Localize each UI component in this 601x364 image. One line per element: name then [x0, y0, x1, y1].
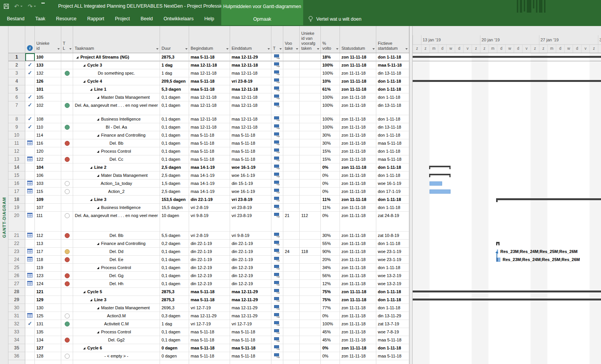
cell-rownum[interactable]: 15: [8, 171, 25, 180]
cell-uid[interactable]: 131: [35, 320, 61, 328]
cell-uid[interactable]: 119: [35, 264, 61, 272]
cell-begin[interactable]: maa 5-11-18: [189, 352, 230, 360]
cell-info[interactable]: [25, 204, 35, 212]
cell-eind[interactable]: vri 12-7-19: [230, 320, 271, 328]
gantt-bar-summary[interactable]: [496, 198, 601, 200]
cell-fict[interactable]: don 1-11-18: [376, 264, 409, 272]
cell-uid[interactable]: 101: [35, 85, 61, 93]
expand-triangle-icon[interactable]: [97, 150, 99, 153]
cell-rownum[interactable]: 32: [8, 320, 25, 328]
cell-tl[interactable]: [61, 232, 73, 240]
cell-uvp[interactable]: 112: [300, 212, 321, 232]
cell-pct[interactable]: 30%: [321, 131, 340, 139]
cell-tl[interactable]: [61, 336, 73, 344]
cell-voo[interactable]: [283, 171, 300, 180]
cell-fict[interactable]: zat 13-7-19: [376, 320, 409, 328]
cell-duur[interactable]: 1,5 dagen: [160, 180, 189, 188]
expand-triangle-icon[interactable]: [90, 88, 92, 91]
cell-pct[interactable]: 100%: [321, 69, 340, 77]
cell-fict[interactable]: maa 5-11-18: [376, 155, 409, 163]
cell-status[interactable]: zon 11-11-18: [340, 139, 376, 147]
cell-duur[interactable]: 0,1 dagen: [160, 101, 189, 115]
cell-begin[interactable]: maa 5-11-18: [189, 53, 230, 61]
cell-info[interactable]: [25, 196, 35, 204]
cell-info[interactable]: [25, 155, 35, 163]
gantt-bar-summary[interactable]: [413, 56, 601, 58]
cell-status[interactable]: zon 11-11-18: [340, 280, 376, 288]
view-splitter[interactable]: [409, 26, 413, 364]
cell-uvp[interactable]: [300, 196, 321, 204]
cell-uid[interactable]: 114: [35, 131, 61, 139]
cell-rownum[interactable]: 23: [8, 248, 25, 256]
cell-eind[interactable]: maa 5-11-18: [230, 131, 271, 139]
gantt-bar-task[interactable]: [430, 181, 442, 186]
cell-voo[interactable]: [283, 272, 300, 280]
cell-fict[interactable]: don 1-11-18: [376, 53, 409, 61]
cell-uid[interactable]: 127: [35, 344, 61, 352]
ribbon-tab-bestand[interactable]: Bestand: [2, 13, 30, 25]
cell-tmode[interactable]: [271, 312, 283, 320]
cell-tl[interactable]: [61, 320, 73, 328]
cell-tl[interactable]: [61, 77, 73, 85]
cell-pct[interactable]: 20%: [321, 256, 340, 264]
cell-rownum[interactable]: 9: [8, 123, 25, 131]
cell-info[interactable]: ✓: [25, 320, 35, 328]
cell-tmode[interactable]: [271, 188, 283, 196]
cell-pct[interactable]: 0%: [321, 212, 340, 232]
cell-rownum[interactable]: 5: [8, 85, 25, 93]
cell-tl[interactable]: [61, 288, 73, 296]
cell-name[interactable]: Line 2: [73, 163, 160, 171]
filter-arrow-icon[interactable]: [296, 48, 298, 50]
cell-duur[interactable]: 2696,3 dagen: [160, 304, 189, 312]
cell-name[interactable]: Del. Ee: [73, 256, 160, 264]
cell-eind[interactable]: vri 23-8-19: [230, 212, 271, 232]
redo-icon[interactable]: ↷: [28, 3, 36, 9]
cell-eind[interactable]: din 22-1-19: [230, 240, 271, 248]
cell-fict[interactable]: woe 13-2-19: [376, 280, 409, 288]
cell-info[interactable]: [25, 328, 35, 336]
cell-tmode[interactable]: [271, 77, 283, 85]
cell-rownum[interactable]: 2: [8, 61, 25, 69]
save-icon[interactable]: [4, 4, 9, 9]
cell-info[interactable]: ✓: [25, 123, 35, 131]
cell-name[interactable]: Del. Gg: [73, 272, 160, 280]
cell-voo[interactable]: [283, 352, 300, 360]
column-header-tl[interactable]: T L: [61, 26, 73, 53]
cell-voo[interactable]: [283, 264, 300, 272]
cell-info[interactable]: [25, 240, 35, 248]
cell-uvp[interactable]: [300, 344, 321, 352]
cell-pct[interactable]: 30%: [321, 139, 340, 147]
cell-voo[interactable]: [283, 147, 300, 155]
cell-tmode[interactable]: [271, 171, 283, 180]
expand-triangle-icon[interactable]: [97, 96, 99, 99]
cell-rownum[interactable]: 18: [8, 196, 25, 204]
cell-status[interactable]: zon 11-11-18: [340, 352, 376, 360]
cell-fict[interactable]: din 13-11-18: [376, 123, 409, 131]
cell-uvp[interactable]: [300, 296, 321, 304]
cell-name[interactable]: Master Data Management: [73, 304, 160, 312]
cell-rownum[interactable]: 27: [8, 280, 25, 288]
cell-info[interactable]: [25, 163, 35, 171]
cell-uvp[interactable]: [300, 188, 321, 196]
cell-eind[interactable]: maa 12-11-29: [230, 288, 271, 296]
cell-status[interactable]: zon 11-11-18: [340, 328, 376, 336]
cell-uid[interactable]: 132: [35, 69, 61, 77]
cell-begin[interactable]: maa 5-11-18: [189, 344, 230, 352]
cell-begin[interactable]: din 22-1-19: [189, 248, 230, 256]
cell-fict[interactable]: don 1-11-18: [376, 196, 409, 204]
cell-fict[interactable]: don 1-11-18: [376, 131, 409, 139]
cell-name[interactable]: Del. Aa, aangevult met . . . en nog veel…: [73, 101, 160, 115]
cell-duur[interactable]: 0,1 dagen: [160, 147, 189, 155]
cell-uvp[interactable]: [300, 288, 321, 296]
cell-fict[interactable]: don 1-11-18: [376, 171, 409, 180]
cell-tl[interactable]: [61, 272, 73, 280]
cell-tl[interactable]: [61, 188, 73, 196]
cell-status[interactable]: zon 11-11-18: [340, 61, 376, 69]
cell-begin[interactable]: maa 5-11-18: [189, 328, 230, 336]
cell-begin[interactable]: maa 5-11-18: [189, 85, 230, 93]
cell-uvp[interactable]: [300, 85, 321, 93]
expand-triangle-icon[interactable]: [97, 134, 99, 137]
column-header-fict[interactable]: Fictieve startdatum: [376, 26, 409, 53]
cell-voo[interactable]: [283, 93, 300, 101]
cell-pct[interactable]: 100%: [321, 115, 340, 123]
